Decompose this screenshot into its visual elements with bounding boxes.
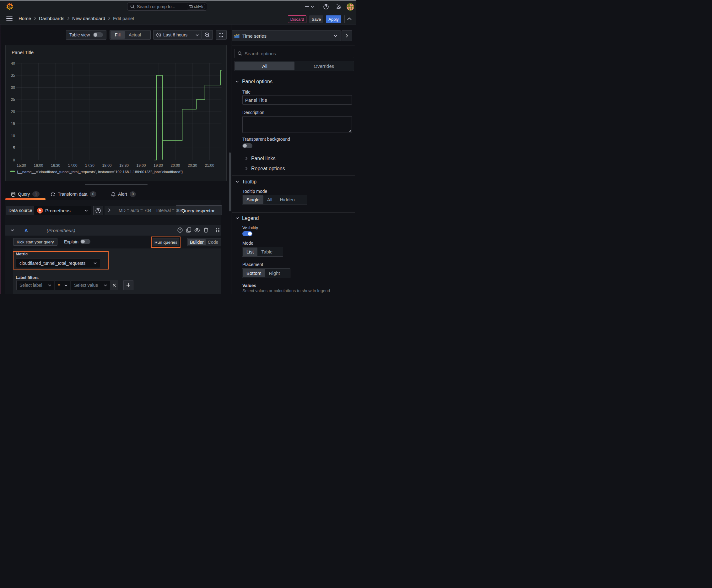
svg-text:17:30: 17:30: [85, 163, 94, 168]
svg-text:18:30: 18:30: [119, 163, 129, 168]
svg-text:20:00: 20:00: [170, 163, 180, 168]
svg-text:40: 40: [11, 61, 15, 66]
svg-text:15: 15: [11, 122, 15, 126]
svg-text:18:00: 18:00: [102, 163, 111, 168]
svg-text:17:00: 17:00: [68, 163, 77, 168]
svg-text:20: 20: [11, 110, 15, 114]
svg-text:10: 10: [11, 134, 15, 138]
svg-text:16:30: 16:30: [51, 163, 60, 168]
svg-text:5: 5: [13, 146, 15, 150]
svg-text:15:30: 15:30: [17, 163, 26, 168]
svg-text:19:30: 19:30: [153, 163, 163, 168]
svg-text:16:00: 16:00: [34, 163, 43, 168]
svg-text:0: 0: [13, 158, 15, 162]
svg-text:35: 35: [11, 73, 15, 78]
svg-text:25: 25: [11, 97, 15, 102]
svg-text:30: 30: [11, 85, 15, 90]
svg-text:20:30: 20:30: [188, 163, 197, 168]
svg-text:{__name__="cloudflared_tunnel_: {__name__="cloudflared_tunnel_total_requ…: [17, 170, 183, 174]
svg-text:21:00: 21:00: [205, 163, 214, 168]
svg-text:19:00: 19:00: [136, 163, 146, 168]
